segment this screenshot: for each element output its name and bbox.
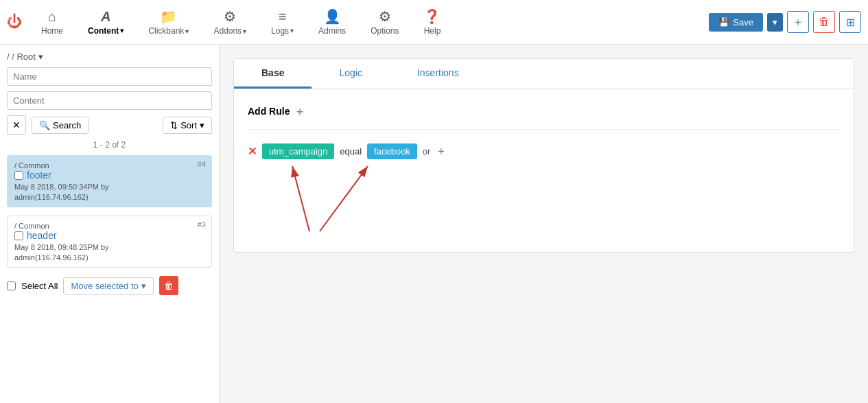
- add-rule-row: Add Rule ＋: [248, 103, 840, 130]
- list-item-title: header: [14, 230, 204, 241]
- home-icon: ⌂: [48, 9, 56, 25]
- tab-logic[interactable]: Logic: [312, 59, 389, 89]
- list-item-link[interactable]: footer: [27, 170, 51, 181]
- nav-right-actions: 💾 Save ▾ ＋ 🗑 ⊞: [709, 11, 861, 33]
- list-item-meta: May 8 2018, 09:48:25PM by: [14, 243, 204, 251]
- nav-addons[interactable]: ⚙ Addons ▾: [208, 5, 252, 39]
- clickbank-dropdown-arrow: ▾: [185, 27, 189, 35]
- delete-button[interactable]: 🗑: [813, 11, 835, 33]
- rule-delete-button[interactable]: ✕: [248, 145, 257, 158]
- rule-or-label: or: [423, 146, 431, 157]
- breadcrumb-root: / Root: [12, 51, 36, 62]
- save-button[interactable]: 💾 Save: [709, 13, 763, 32]
- content-area: Base Logic Insertions Add Rule ＋: [220, 45, 868, 403]
- addons-dropdown-arrow: ▾: [243, 27, 246, 35]
- breadcrumb[interactable]: / / Root ▾: [7, 51, 212, 62]
- grid-button[interactable]: ⊞: [839, 11, 861, 33]
- list-item-meta2: admin(116.74.96.162): [14, 253, 204, 262]
- list-item-title: footer: [14, 170, 204, 181]
- sort-button[interactable]: ⇅ Sort ▾: [163, 117, 212, 134]
- bulk-delete-button[interactable]: 🗑: [159, 276, 178, 295]
- content-input[interactable]: [7, 91, 212, 110]
- rule-container: ✕ utm_campaign equal facebook or ＋: [248, 143, 840, 238]
- nav-content[interactable]: A Content ▾: [82, 5, 129, 39]
- clear-button[interactable]: ✕: [7, 115, 26, 135]
- list-item-path: / Common: [14, 161, 204, 170]
- select-all-label: Select All: [21, 281, 58, 291]
- power-icon[interactable]: ⏻: [7, 13, 22, 31]
- content-dropdown-arrow: ▾: [120, 27, 124, 34]
- sidebar-actions: ✕ 🔍 Search ⇅ Sort ▾: [7, 115, 212, 135]
- or-add-button[interactable]: ＋: [436, 144, 447, 159]
- content-icon: A: [101, 9, 110, 25]
- name-input[interactable]: [7, 67, 212, 86]
- help-icon: ❓: [423, 8, 441, 25]
- nav-home[interactable]: ⌂ Home: [36, 5, 69, 39]
- tab-insertions[interactable]: Insertions: [390, 59, 486, 89]
- nav-admins[interactable]: 👤 Admins: [313, 5, 351, 39]
- rule-equal-label: equal: [340, 146, 362, 157]
- sidebar-footer: Select All Move selected to ▾ 🗑: [7, 273, 212, 295]
- rule-row: ✕ utm_campaign equal facebook or ＋: [248, 143, 840, 159]
- list-item-meta: May 8 2018, 09:50:34PM by: [14, 183, 204, 191]
- svg-line-1: [292, 166, 309, 231]
- list-item-link[interactable]: header: [27, 230, 57, 241]
- list-item-meta2: admin(116.74.96.162): [14, 193, 204, 201]
- select-all-checkbox[interactable]: [7, 281, 16, 290]
- save-icon: 💾: [718, 17, 729, 27]
- list-item[interactable]: #4 / Common footer May 8 2018, 09:50:34P…: [7, 155, 212, 207]
- add-button[interactable]: ＋: [787, 11, 809, 33]
- main-container: / / Root ▾ ✕ 🔍 Search ⇅ Sort ▾ 1 - 2 of …: [0, 45, 868, 403]
- search-button[interactable]: 🔍 Search: [32, 117, 89, 134]
- tab-panel: Base Logic Insertions Add Rule ＋: [233, 58, 854, 253]
- add-rule-button[interactable]: ＋: [294, 103, 306, 119]
- save-dropdown-button[interactable]: ▾: [767, 13, 783, 32]
- facebook-tag[interactable]: facebook: [367, 143, 417, 159]
- annotation-arrows: [248, 156, 454, 238]
- nav-help[interactable]: ❓ Help: [418, 5, 446, 39]
- logs-dropdown-arrow: ▾: [290, 27, 294, 34]
- tab-header: Base Logic Insertions: [234, 59, 854, 89]
- list-count: 1 - 2 of 2: [7, 140, 212, 150]
- clickbank-icon: 📁: [160, 8, 177, 25]
- addons-icon: ⚙: [224, 8, 236, 25]
- utm-campaign-tag[interactable]: utm_campaign: [262, 143, 334, 159]
- search-icon: 🔍: [39, 120, 50, 130]
- tab-base[interactable]: Base: [234, 59, 312, 89]
- sort-icon: ⇅: [170, 120, 178, 130]
- svg-line-2: [320, 166, 368, 231]
- list-item-checkbox[interactable]: [14, 171, 23, 180]
- list-item[interactable]: #3 / Common header May 8 2018, 09:48:25P…: [7, 216, 212, 268]
- tab-content: Add Rule ＋ ✕ utm_campaign equal facebook…: [234, 89, 854, 252]
- add-rule-label: Add Rule: [248, 106, 290, 117]
- nav-clickbank[interactable]: 📁 Clickbank ▾: [143, 5, 194, 39]
- options-icon: ⚙: [379, 8, 391, 25]
- list-item-id: #3: [198, 220, 206, 229]
- list-item-path: / Common: [14, 222, 204, 230]
- sidebar: / / Root ▾ ✕ 🔍 Search ⇅ Sort ▾ 1 - 2 of …: [0, 45, 220, 403]
- top-nav: ⏻ ⌂ Home A Content ▾ 📁 Clickbank ▾ ⚙ Add…: [0, 0, 868, 45]
- nav-options[interactable]: ⚙ Options: [365, 5, 404, 39]
- list-item-id: #4: [198, 160, 206, 168]
- logs-icon: ≡: [279, 9, 287, 25]
- admins-icon: 👤: [324, 8, 341, 25]
- move-button[interactable]: Move selected to ▾: [63, 277, 153, 295]
- breadcrumb-dropdown[interactable]: ▾: [38, 51, 43, 62]
- nav-logs[interactable]: ≡ Logs ▾: [266, 5, 299, 39]
- list-item-checkbox[interactable]: [14, 231, 23, 240]
